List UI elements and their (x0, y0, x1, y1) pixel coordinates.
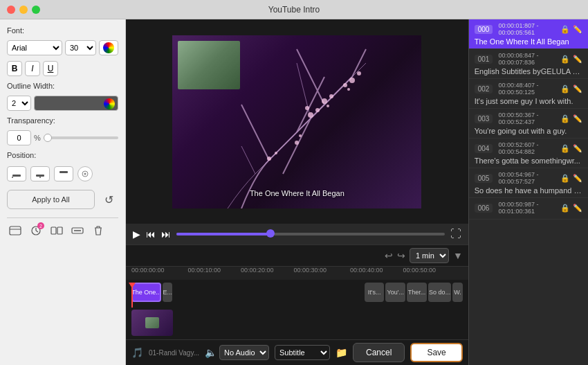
clip-e[interactable]: E... (163, 283, 172, 302)
sub-index: 000 (475, 25, 493, 34)
position-top-button[interactable] (54, 166, 73, 181)
font-size-select[interactable]: 30 (65, 40, 96, 55)
sub-edit-icon[interactable]: ✏️ (573, 114, 582, 123)
bold-button[interactable]: B (7, 61, 22, 76)
cancel-button[interactable]: Cancel (353, 343, 405, 362)
position-bottom-left-button[interactable] (7, 166, 26, 181)
position-custom-button[interactable] (77, 166, 93, 181)
timeline-delete-button[interactable] (90, 222, 107, 239)
left-panel: Font: Arial 30 B I U Outline Width: 2 (0, 19, 126, 365)
apply-to-all-button[interactable]: Apply to All (7, 190, 95, 209)
audio-icon: 🔈 (205, 347, 217, 358)
redo-button[interactable]: ↪ (397, 250, 405, 261)
timeline-tool-subtitle[interactable] (69, 222, 86, 239)
sub-lock-icon[interactable]: 🔒 (560, 174, 570, 183)
subtitle-select[interactable]: Subtitle (275, 345, 330, 360)
sub-index: 001 (475, 55, 493, 64)
outline-row: 2 (7, 96, 118, 111)
sub-lock-icon[interactable]: 🔒 (560, 55, 570, 64)
save-button[interactable]: Save (410, 343, 462, 362)
sub-lock-icon[interactable]: 🔒 (560, 204, 570, 213)
subtitle-item-5[interactable]: 005 00:00:54:967 - 00:00:57:527 🔒 ✏️ So … (469, 168, 588, 198)
outline-color-button[interactable] (34, 96, 118, 111)
zoom-dropdown-button[interactable]: ▼ (453, 250, 463, 261)
subtitle-item-4[interactable]: 004 00:00:52:607 - 00:00:54:882 🔒 ✏️ The… (469, 139, 588, 168)
audio-select-wrap: 🔈 No Audio (205, 345, 269, 360)
font-select[interactable]: Arial (7, 40, 62, 55)
timeline-tracks: The One... E... It's... You'... Ther... … (126, 280, 468, 339)
fullscreen-button[interactable]: ⛶ (450, 228, 461, 240)
underline-button[interactable]: U (43, 61, 58, 76)
playhead (131, 283, 133, 308)
clip-its[interactable]: It's... (365, 283, 385, 302)
minimize-button[interactable] (19, 6, 28, 14)
sub-text: You're going out with a guy. (475, 127, 582, 135)
sub-time: 00:00:54:967 - 00:00:57:527 (498, 171, 560, 185)
sub-edit-icon[interactable]: ✏️ (573, 204, 582, 213)
svg-rect-7 (10, 226, 21, 235)
audio-select[interactable]: No Audio (219, 345, 269, 360)
sub-lock-icon[interactable]: 🔒 (560, 114, 570, 123)
branches-overlay (172, 35, 421, 208)
outline-width-select[interactable]: 2 (7, 96, 31, 111)
sub-time: 00:00:50:987 - 00:01:00:361 (498, 201, 560, 215)
track-filename: 01-Randi Vagy... (149, 349, 199, 357)
sub-lock-icon[interactable]: 🔒 (560, 25, 570, 34)
prev-frame-button[interactable]: ⏮ (146, 229, 156, 240)
zoom-select[interactable]: 1 min 2 min 5 min (410, 248, 449, 263)
sub-edit-icon[interactable]: ✏️ (573, 174, 582, 183)
close-button[interactable] (7, 6, 15, 14)
position-bottom-center-button[interactable] (30, 166, 50, 181)
subtitle-item-2[interactable]: 002 00:00:48:407 - 00:00:50:125 🔒 ✏️ It'… (469, 79, 588, 109)
clip-sodo[interactable]: So do... (428, 283, 452, 302)
italic-button[interactable]: I (25, 61, 40, 76)
sub-time: 00:00:52:607 - 00:00:54:882 (498, 141, 560, 155)
sub-edit-icon[interactable]: ✏️ (573, 55, 582, 64)
timeline-bottom-bar: 🎵 01-Randi Vagy... 🔈 No Audio Subtitle 📁… (126, 339, 468, 365)
refresh-button[interactable]: ↺ (99, 190, 118, 209)
clip-w[interactable]: W. (452, 283, 462, 302)
video-frame: The One Where It All Began (172, 35, 421, 208)
percent-label: % (34, 134, 41, 142)
clip-ther[interactable]: Ther... (407, 283, 427, 302)
slider-thumb (44, 134, 52, 142)
undo-button[interactable]: ↩ (385, 250, 393, 261)
timeline-tool-1[interactable] (7, 222, 24, 239)
sub-edit-icon[interactable]: ✏️ (573, 25, 582, 34)
clip-you[interactable]: You'... (385, 283, 405, 302)
maximize-button[interactable] (32, 6, 40, 14)
folder-button[interactable]: 📁 (336, 347, 347, 358)
timeline-ruler: 00:00:00:00 00:00:10:00 00:00:20:00 00:0… (126, 266, 468, 280)
sub-time: 00:00:50:367 - 00:00:52:437 (498, 112, 560, 125)
video-clip-thumbnail[interactable] (131, 310, 173, 336)
clip-the-one[interactable]: The One... (131, 283, 161, 302)
progress-bar[interactable] (176, 233, 445, 235)
svg-point-18 (305, 106, 309, 110)
sub-item-header: 002 00:00:48:407 - 00:00:50:125 🔒 ✏️ (475, 82, 582, 96)
sub-index: 005 (475, 174, 493, 183)
subtitle-item-1[interactable]: 001 00:00:06:847 - 00:00:07:836 🔒 ✏️ Eng… (469, 49, 588, 79)
subtitle-item-6[interactable]: 006 00:00:50:987 - 00:01:00:361 🔒 ✏️ (469, 198, 588, 220)
sub-text: So does he have a humpand a... (475, 186, 582, 195)
video-controls: ▶ ⏮ ⏭ ⛶ (126, 224, 468, 244)
subtitle-item-0[interactable]: 000 00:00:01:807 - 00:00:05:561 🔒 ✏️ The… (469, 19, 588, 49)
sub-item-header: 006 00:00:50:987 - 00:01:00:361 🔒 ✏️ (475, 201, 582, 215)
timeline-tool-2[interactable]: 2 (28, 222, 44, 239)
svg-point-20 (329, 94, 333, 98)
svg-rect-4 (59, 171, 68, 173)
font-color-button[interactable] (99, 40, 118, 55)
subtitle-item-3[interactable]: 003 00:00:50:367 - 00:00:52:437 🔒 ✏️ You… (469, 109, 588, 139)
sub-lock-icon[interactable]: 🔒 (560, 84, 570, 94)
next-frame-button[interactable]: ⏭ (161, 229, 171, 240)
sub-edit-icon[interactable]: ✏️ (573, 144, 582, 153)
timeline-tool-3[interactable] (48, 222, 65, 239)
sub-lock-icon[interactable]: 🔒 (560, 144, 570, 153)
title-bar: YouTube Intro (0, 0, 588, 19)
svg-point-26 (267, 157, 271, 161)
sub-edit-icon[interactable]: ✏️ (573, 84, 582, 94)
play-button[interactable]: ▶ (133, 229, 140, 240)
transparency-slider[interactable] (44, 136, 118, 139)
sub-item-header: 005 00:00:54:967 - 00:00:57:527 🔒 ✏️ (475, 171, 582, 185)
transparency-input[interactable] (7, 130, 31, 145)
font-row: Font: (7, 26, 118, 35)
